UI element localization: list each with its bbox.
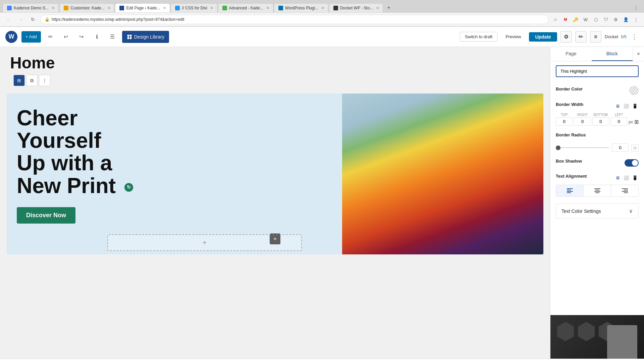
border-left-input[interactable] xyxy=(610,117,627,126)
tab-label-7: Docket WP - Sto... xyxy=(340,6,373,10)
browser-tab-5[interactable]: Advanced - Kade... × xyxy=(218,3,273,12)
extension-icon-6[interactable]: ⚙ xyxy=(612,15,620,23)
browser-tab-6[interactable]: WordPress Plugi... × xyxy=(274,3,328,12)
browser-tab-3[interactable]: Edit Page ‹ Kade... × xyxy=(115,3,170,12)
browser-tab-1[interactable]: Kadence Demo S... × xyxy=(3,3,59,12)
tab-close-6[interactable]: × xyxy=(322,6,324,10)
block-toolbar: ⊞ ⧉ ⋮ xyxy=(13,75,543,86)
align-center-button[interactable] xyxy=(584,185,611,196)
svg-rect-4 xyxy=(567,188,573,189)
svg-rect-3 xyxy=(129,37,131,39)
svg-rect-13 xyxy=(624,190,628,190)
tab-favicon-2 xyxy=(64,6,68,10)
browser-tab-2[interactable]: Customize: Kade... × xyxy=(59,3,114,12)
border-top-input[interactable] xyxy=(556,117,573,126)
text-alignment-device-icons: 🖥 ⬜ 📱 xyxy=(614,174,639,182)
border-radius-title: Border Radius xyxy=(556,132,586,137)
design-library-button[interactable]: Design Library xyxy=(122,31,169,43)
browser-menu-icon[interactable]: ⋮ xyxy=(633,5,639,11)
hero-title: Cheer Yourself Up with a New Print ↻ xyxy=(17,107,191,197)
address-text: https://kadencedemo.mysites.io/wp-admin/… xyxy=(52,17,184,22)
extension-icon-7[interactable]: 👤 xyxy=(622,15,630,23)
address-bar[interactable]: 🔒 https://kadencedemo.mysites.io/wp-admi… xyxy=(40,15,549,24)
toggle-knob xyxy=(632,160,638,166)
browser-tab-4[interactable]: // CSS for Divi × xyxy=(171,3,217,12)
add-block-button[interactable]: + Add xyxy=(21,31,41,43)
tab-block[interactable]: Block xyxy=(592,47,633,61)
border-radius-slider[interactable] xyxy=(556,147,609,148)
extension-icon-3[interactable]: W xyxy=(582,15,590,23)
refresh-button[interactable]: ↻ xyxy=(28,15,38,24)
preview-button[interactable]: Preview xyxy=(501,32,526,41)
edit-pen-button[interactable]: ✏ xyxy=(45,31,56,43)
design-library-label: Design Library xyxy=(134,34,164,40)
new-tab-button[interactable]: + xyxy=(384,3,393,13)
border-right-input[interactable] xyxy=(574,117,591,126)
mobile-icon[interactable]: 📱 xyxy=(631,103,639,110)
toolbar-more-button[interactable]: ⋮ xyxy=(630,33,639,41)
tab-close-5[interactable]: × xyxy=(267,6,269,10)
border-color-swatch[interactable] xyxy=(629,86,639,95)
border-link-icon[interactable]: ⊞ xyxy=(634,119,639,126)
redo-button[interactable]: ↪ xyxy=(76,31,87,43)
block-tool-more[interactable]: ⋮ xyxy=(39,75,50,86)
align-left-button[interactable] xyxy=(556,185,584,196)
tab-close-7[interactable]: × xyxy=(376,6,379,10)
border-radius-section: Border Radius □ xyxy=(556,132,639,152)
extension-icon-2[interactable]: 🔑 xyxy=(572,15,580,23)
discover-now-button[interactable]: Discover Now xyxy=(17,207,75,224)
box-shadow-toggle[interactable] xyxy=(625,159,639,167)
tab-favicon-1 xyxy=(7,6,12,10)
block-tool-copy[interactable]: ⧉ xyxy=(26,75,38,86)
list-view-button[interactable]: ☰ xyxy=(107,31,118,43)
browser-more-icon[interactable]: ⋮ xyxy=(632,15,640,23)
align-right-button[interactable] xyxy=(611,185,638,196)
svg-rect-12 xyxy=(622,188,628,189)
block-name-input[interactable] xyxy=(556,65,639,77)
tab-close-2[interactable]: × xyxy=(108,6,110,10)
inspector-button[interactable]: ✏ xyxy=(575,31,587,43)
lock-icon: 🔒 xyxy=(45,17,50,22)
text-align-mobile-icon[interactable]: 📱 xyxy=(631,174,639,182)
info-button[interactable]: ℹ xyxy=(91,31,103,43)
sidebar-close-button[interactable]: × xyxy=(633,47,644,61)
svg-rect-9 xyxy=(595,190,599,190)
text-align-desktop-icon[interactable]: 🖥 xyxy=(614,174,621,182)
svg-rect-0 xyxy=(127,35,129,37)
extension-icon-1[interactable]: M xyxy=(561,15,570,23)
radius-unit-icon[interactable]: □ xyxy=(631,144,639,152)
text-color-settings-header[interactable]: Text Color Settings ∨ xyxy=(556,204,638,218)
svg-rect-5 xyxy=(567,190,571,190)
back-button[interactable]: ← xyxy=(4,15,13,24)
tab-label-4: // CSS for Divi xyxy=(182,6,207,10)
page-title-area: Home ⊞ ⧉ ⋮ xyxy=(7,54,543,94)
align-center-icon xyxy=(594,188,600,193)
border-width-section: Border Width 🖥 ⬜ 📱 TOP RIGHT xyxy=(556,102,639,126)
border-radius-row: □ xyxy=(556,143,639,152)
text-align-tablet-icon[interactable]: ⬜ xyxy=(623,174,630,182)
template-button[interactable]: ≡ xyxy=(590,31,601,43)
star-icon[interactable]: ☆ xyxy=(551,15,559,23)
main-layout: Home ⊞ ⧉ ⋮ Cheer Yourself Up with a New … xyxy=(0,47,644,359)
desktop-icon[interactable]: 🖥 xyxy=(614,103,621,110)
border-bottom-input[interactable] xyxy=(592,117,609,126)
tab-close-3[interactable]: × xyxy=(163,6,166,10)
switch-to-draft-button[interactable]: Switch to draft xyxy=(460,32,497,42)
tablet-icon[interactable]: ⬜ xyxy=(623,103,630,110)
tab-page[interactable]: Page xyxy=(550,47,592,61)
settings-gear-button[interactable]: ⚙ xyxy=(560,31,572,43)
hex-2 xyxy=(578,322,595,341)
wp-logo: W xyxy=(5,31,17,43)
forward-button[interactable]: → xyxy=(16,15,25,24)
extension-icon-5[interactable]: 🛡 xyxy=(602,15,610,23)
border-radius-input[interactable] xyxy=(612,143,629,152)
tab-close-1[interactable]: × xyxy=(52,6,54,10)
browser-tab-7[interactable]: Docket WP - Sto... × xyxy=(329,3,383,12)
extension-icon-4[interactable]: ⬡ xyxy=(592,15,600,23)
undo-button[interactable]: ↩ xyxy=(60,31,72,43)
block-tool-columns[interactable]: ⊞ xyxy=(13,75,25,86)
tab-favicon-4 xyxy=(175,6,180,10)
tab-close-4[interactable]: × xyxy=(211,6,213,10)
border-right-field: RIGHT xyxy=(574,113,591,126)
update-button[interactable]: Update xyxy=(529,32,557,42)
